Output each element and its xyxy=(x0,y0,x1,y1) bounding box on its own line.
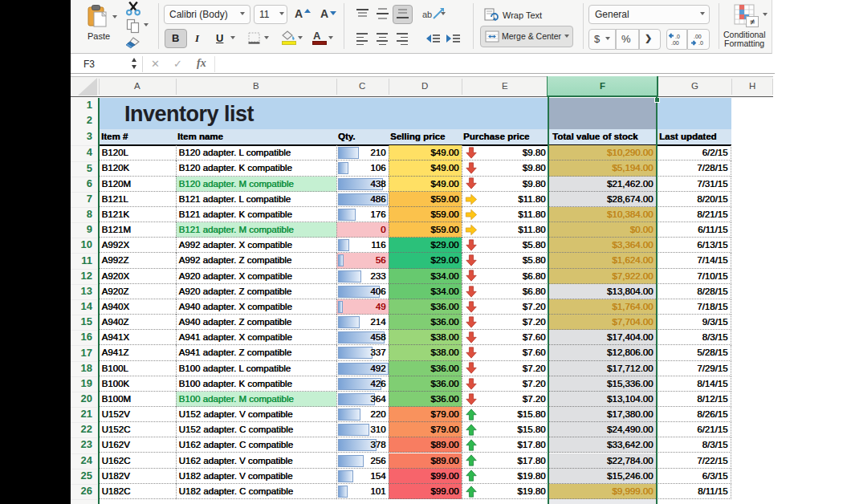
svg-text:.00: .00 xyxy=(694,34,702,39)
svg-text:.00: .00 xyxy=(671,40,679,46)
svg-text:.0: .0 xyxy=(675,34,680,39)
svg-text:.0: .0 xyxy=(698,40,703,46)
